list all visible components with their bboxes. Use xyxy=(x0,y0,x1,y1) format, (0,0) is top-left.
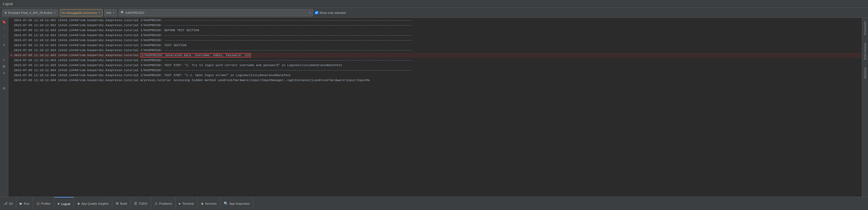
tab-label-profiler: Profiler xyxy=(41,202,51,205)
tab-app-inspection[interactable]: 🔍App Inspection xyxy=(220,197,253,210)
bookmark-icon[interactable]: 🔖 xyxy=(1,19,8,25)
log-row[interactable]: 2023-07-05 11:19:12.666 13416-13449/com.… xyxy=(8,78,862,83)
log-row-marker: ▶ xyxy=(9,53,14,58)
structure-label: Structure xyxy=(863,66,867,80)
tab-terminal[interactable]: ▸Terminal xyxy=(176,197,197,210)
log-row[interactable]: 2023-07-05 11:19:12.663 13416-13449/com.… xyxy=(8,63,862,68)
log-text: 2023-07-05 11:19:12.666 13416-13449/com.… xyxy=(14,79,370,82)
process-dropdown-arrow: ▼ xyxy=(98,11,100,14)
tab-label-terminal: Terminal xyxy=(182,202,194,205)
log-row-content: 2023-07-05 11:19:12.661 13416-13449/com.… xyxy=(14,18,861,23)
log-row[interactable]: 2023-07-05 11:19:12.664 13416-13449/com.… xyxy=(8,68,862,73)
tab-label-git: Git xyxy=(9,202,13,205)
log-text: 2023-07-05 11:19:12.664 13416-13449/com.… xyxy=(14,73,291,77)
highlighted-log-text: I/KASPRESSO: Generated data. Username: A… xyxy=(140,53,251,58)
tab-icon-git: ⎇ xyxy=(3,201,7,206)
tab-services[interactable]: ◈Services xyxy=(197,197,220,210)
tab-icon-build: ⚙ xyxy=(116,201,119,206)
main-content: 🔖 ↑ ↓ ⚙ ↻ 🗑 ⚙ ▤ 2023-07-05 11:19:12.661 … xyxy=(0,18,868,197)
search-box: 🔍 ✕ xyxy=(119,9,313,17)
tab-app-quality[interactable]: ◈App Quality Insights xyxy=(74,197,112,210)
tab-label-logcat: Logcat xyxy=(61,202,70,206)
down-icon[interactable]: ↓ xyxy=(1,32,8,38)
layout-icon[interactable]: ▤ xyxy=(1,85,8,91)
log-row[interactable]: 2023-07-05 11:19:12.663 13416-13449/com.… xyxy=(8,43,862,48)
tab-problems[interactable]: ⚠Problems xyxy=(151,197,176,210)
log-container: 2023-07-05 11:19:12.661 13416-13449/com.… xyxy=(8,18,862,83)
tab-run[interactable]: ▶Run xyxy=(17,197,33,210)
log-area[interactable]: 2023-07-05 11:19:12.661 13416-13449/com.… xyxy=(8,18,862,197)
status-tabs-container: ⎇Git▶Run◷Profiler≡Logcat◈App Quality Ins… xyxy=(0,197,253,210)
search-input[interactable] xyxy=(126,11,308,14)
process-label: No debuggable processes xyxy=(62,11,97,14)
device-dropdown-arrow: ▼ xyxy=(54,11,56,14)
show-only-label: Show only selected xyxy=(319,11,346,14)
show-only-checkbox[interactable] xyxy=(315,11,318,14)
log-row-content: 2023-07-05 11:19:12.666 13416-13449/com.… xyxy=(14,78,861,83)
log-row-content: 2023-07-05 11:19:12.664 13416-13449/com.… xyxy=(14,73,861,78)
log-text: 2023-07-05 11:19:12.663 13416-13449/com.… xyxy=(14,64,342,67)
right-sidebar: Bookmarks Build Variants Structure xyxy=(862,18,868,197)
log-row[interactable]: 2023-07-05 11:19:12.662 13416-13449/com.… xyxy=(8,23,862,28)
log-row[interactable]: 2023-07-05 11:19:12.663 13416-13449/com.… xyxy=(8,48,862,53)
status-bar: ⎇Git▶Run◷Profiler≡Logcat◈App Quality Ins… xyxy=(0,197,868,210)
log-text: 2023-07-05 11:19:12.662 13416-13449/com.… xyxy=(14,24,412,27)
log-row-content: 2023-07-05 11:19:12.663 13416-13449/com.… xyxy=(14,28,861,33)
app-title: Logcat xyxy=(3,2,13,6)
tab-label-services: Services xyxy=(205,202,217,205)
log-row-content: 2023-07-05 11:19:12.663 13416-13449/com.… xyxy=(14,38,861,43)
device-dropdown[interactable]: 🖥 Emulator Pixel_4_API_28 Androi ▼ xyxy=(2,9,58,17)
log-row-content: 2023-07-05 11:19:12.663 13416-13449/com.… xyxy=(14,53,861,58)
log-text: 2023-07-05 11:19:12.663 13416-13449/com.… xyxy=(14,59,412,62)
tab-todo[interactable]: ☰TODO xyxy=(131,197,151,210)
tab-icon-todo: ☰ xyxy=(134,201,137,206)
up-icon[interactable]: ↑ xyxy=(1,26,8,32)
log-level-dropdown[interactable]: Info ▼ xyxy=(104,9,117,17)
clear-button[interactable]: ✕ xyxy=(309,10,311,15)
tab-label-run: Run xyxy=(24,202,29,205)
log-row[interactable]: 2023-07-05 11:19:12.663 13416-13449/com.… xyxy=(8,28,862,33)
log-row[interactable]: 2023-07-05 11:19:12.664 13416-13449/com.… xyxy=(8,73,862,78)
device-label: Emulator Pixel_4_API_28 Androi xyxy=(8,11,53,14)
tab-logcat[interactable]: ≡Logcat xyxy=(54,197,74,210)
tab-icon-services: ◈ xyxy=(201,201,204,206)
clear-log-icon[interactable]: 🗑 xyxy=(1,63,8,69)
log-text: 2023-07-05 11:19:12.663 13416-13449/com.… xyxy=(14,29,199,32)
tab-label-problems: Problems xyxy=(159,202,172,205)
tab-icon-run: ▶ xyxy=(20,201,23,206)
log-row-content: 2023-07-05 11:19:12.663 13416-13449/com.… xyxy=(14,63,861,68)
tab-label-app-inspection: App Inspection xyxy=(229,202,250,205)
show-only-checkbox-area: Show only selected xyxy=(315,11,346,14)
log-text: 2023-07-05 11:19:12.661 13416-13449/com.… xyxy=(14,19,412,22)
log-row[interactable]: 2023-07-05 11:19:12.663 13416-13449/com.… xyxy=(8,58,862,63)
log-row-content: 2023-07-05 11:19:12.663 13416-13449/com.… xyxy=(14,33,861,38)
process-dropdown[interactable]: No debuggable processes ▼ xyxy=(60,9,103,17)
sync-icon[interactable]: ↻ xyxy=(1,57,8,63)
log-row-content: 2023-07-05 11:19:12.664 13416-13449/com.… xyxy=(14,68,861,73)
tab-icon-profiler: ◷ xyxy=(36,201,39,206)
log-row[interactable]: 2023-07-05 11:19:12.663 13416-13449/com.… xyxy=(8,38,862,43)
log-row[interactable]: ▶2023-07-05 11:19:12.663 13416-13449/com… xyxy=(8,53,862,58)
tab-icon-problems: ⚠ xyxy=(154,201,158,206)
toolbar: 🖥 Emulator Pixel_4_API_28 Androi ▼ No de… xyxy=(0,8,868,18)
log-row[interactable]: 2023-07-05 11:19:12.663 13416-13449/com.… xyxy=(8,33,862,38)
search-icon: 🔍 xyxy=(121,11,124,14)
log-text: 2023-07-05 11:19:12.664 13416-13449/com.… xyxy=(14,69,412,72)
log-row-content: 2023-07-05 11:19:12.663 13416-13449/com.… xyxy=(14,58,861,63)
log-text: 2023-07-05 11:19:12.663 13416-13449/com.… xyxy=(14,49,412,52)
log-level-label: Info xyxy=(106,11,111,14)
log-row-content: 2023-07-05 11:19:12.662 13416-13449/com.… xyxy=(14,23,861,28)
log-text: 2023-07-05 11:19:12.663 13416-13449/com.… xyxy=(14,39,412,42)
log-level-dropdown-arrow: ▼ xyxy=(113,11,115,14)
title-bar: Logcat xyxy=(0,0,868,8)
tab-icon-terminal: ▸ xyxy=(179,201,181,206)
settings-icon[interactable]: ⚙ xyxy=(1,70,8,76)
tab-build[interactable]: ⚙Build xyxy=(112,197,131,210)
tab-profiler[interactable]: ◷Profiler xyxy=(33,197,54,210)
log-text: 2023-07-05 11:19:12.663 13416-13449/com.… xyxy=(14,34,412,37)
tab-label-build: Build xyxy=(120,202,127,205)
tab-git[interactable]: ⎇Git xyxy=(0,197,17,210)
log-row[interactable]: 2023-07-05 11:19:12.661 13416-13449/com.… xyxy=(8,18,862,23)
build-icon[interactable]: ⚙ xyxy=(1,42,8,48)
tab-label-todo: TODO xyxy=(138,202,148,205)
